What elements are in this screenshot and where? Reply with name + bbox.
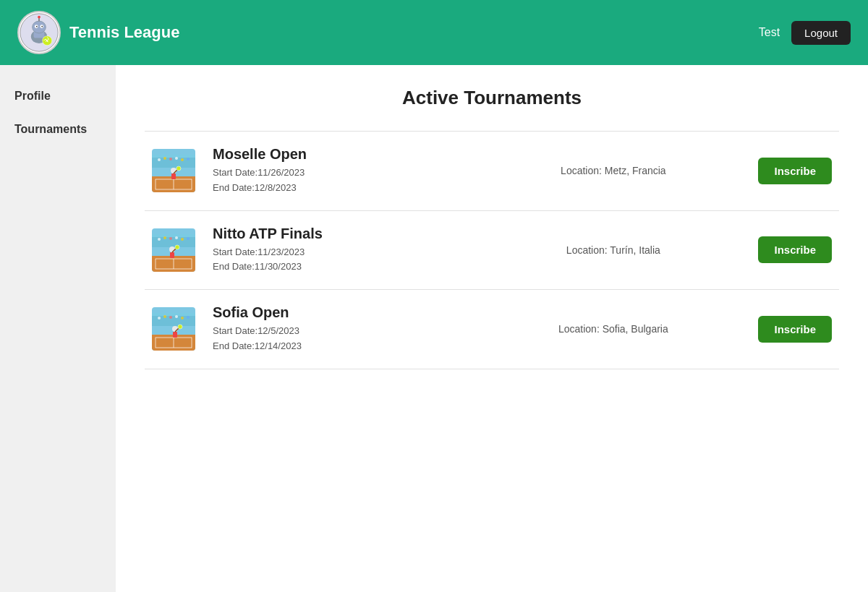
svg-point-6 xyxy=(36,26,38,27)
tournament-location-3: Location: Sofia, Bulgaria xyxy=(485,323,741,335)
svg-point-22 xyxy=(163,157,166,160)
svg-point-52 xyxy=(178,325,182,329)
tournament-name-2: Nitto ATP Finals xyxy=(213,226,468,242)
layout: Profile Tournaments Active Tournaments xyxy=(0,65,868,592)
svg-point-25 xyxy=(181,158,184,161)
tournament-dates-1: Start Date:11/26/2023 End Date:12/8/2023 xyxy=(213,166,468,196)
main-content: Active Tournaments xyxy=(116,65,868,592)
svg-point-57 xyxy=(181,317,184,319)
svg-point-23 xyxy=(169,158,172,160)
svg-point-9 xyxy=(38,16,41,19)
tournament-location-1: Location: Metz, Francia xyxy=(485,165,741,176)
svg-point-54 xyxy=(163,315,166,318)
header: Tennis League Test Logout xyxy=(0,0,868,65)
tournament-name-3: Sofia Open xyxy=(213,304,468,321)
svg-point-58 xyxy=(187,316,190,319)
tournament-image-2 xyxy=(152,228,195,272)
app-logo xyxy=(17,11,61,54)
svg-rect-18 xyxy=(171,173,176,179)
tournament-location-2: Location: Turín, Italia xyxy=(485,244,741,256)
svg-point-21 xyxy=(158,158,161,161)
svg-point-7 xyxy=(41,26,43,27)
svg-point-56 xyxy=(175,315,178,318)
tournament-card-2: Nitto ATP Finals Start Date:11/23/2023 E… xyxy=(145,211,839,291)
inscribe-button-2[interactable]: Inscribe xyxy=(758,236,832,263)
svg-point-55 xyxy=(169,316,172,319)
sidebar: Profile Tournaments xyxy=(0,65,116,592)
svg-point-39 xyxy=(169,237,172,240)
logo-icon xyxy=(19,12,59,53)
tournament-name-1: Moselle Open xyxy=(213,146,468,163)
tournament-info-2: Nitto ATP Finals Start Date:11/23/2023 E… xyxy=(213,226,468,275)
app-title: Tennis League xyxy=(69,23,179,42)
svg-point-40 xyxy=(175,236,178,239)
tournament-info-3: Sofia Open Start Date:12/5/2023 End Date… xyxy=(213,304,468,354)
svg-point-37 xyxy=(158,238,161,241)
header-left: Tennis League xyxy=(17,11,179,54)
svg-point-3 xyxy=(33,21,46,33)
svg-point-33 xyxy=(169,246,175,252)
svg-rect-13 xyxy=(152,155,195,158)
svg-rect-50 xyxy=(173,332,177,338)
logout-button[interactable]: Logout xyxy=(791,21,851,45)
svg-point-20 xyxy=(176,166,181,171)
inscribe-button-3[interactable]: Inscribe xyxy=(758,316,832,343)
sidebar-item-profile[interactable]: Profile xyxy=(0,80,116,113)
tournament-info-1: Moselle Open Start Date:11/26/2023 End D… xyxy=(213,146,468,196)
svg-point-53 xyxy=(158,317,161,319)
svg-rect-29 xyxy=(152,234,195,237)
svg-point-41 xyxy=(181,238,184,241)
svg-point-36 xyxy=(175,245,179,249)
svg-rect-45 xyxy=(152,313,195,316)
tournament-image-3 xyxy=(152,307,195,351)
sidebar-item-tournaments[interactable]: Tournaments xyxy=(0,113,116,146)
inscribe-button-1[interactable]: Inscribe xyxy=(758,158,832,184)
svg-point-49 xyxy=(172,326,178,332)
header-right: Test Logout xyxy=(759,21,851,45)
svg-point-38 xyxy=(163,236,166,239)
svg-point-42 xyxy=(187,237,190,240)
user-name: Test xyxy=(759,26,780,39)
svg-point-17 xyxy=(171,168,176,173)
tournament-dates-2: Start Date:11/23/2023 End Date:11/30/202… xyxy=(213,245,468,275)
svg-rect-34 xyxy=(170,252,174,258)
svg-point-24 xyxy=(175,157,178,160)
svg-point-26 xyxy=(187,158,190,160)
tournament-card-3: Sofia Open Start Date:12/5/2023 End Date… xyxy=(145,290,839,369)
tournament-card-1: Moselle Open Start Date:11/26/2023 End D… xyxy=(145,131,839,211)
tournament-image-1 xyxy=(152,149,195,192)
tournament-dates-3: Start Date:12/5/2023 End Date:12/14/2023 xyxy=(213,324,468,354)
page-title: Active Tournaments xyxy=(145,87,839,109)
